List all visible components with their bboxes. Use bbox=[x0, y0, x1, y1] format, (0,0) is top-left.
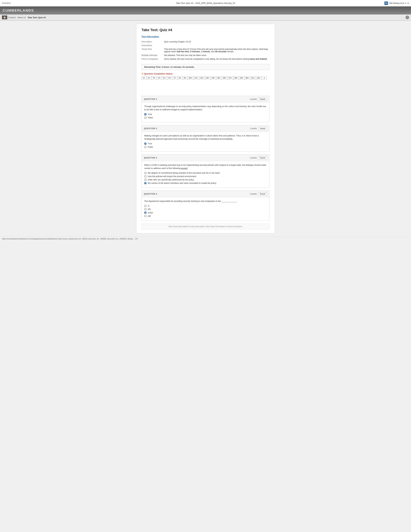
q-nav-19[interactable]: 19↵ bbox=[239, 76, 244, 80]
q-nav-22[interactable]: 22↵ bbox=[256, 76, 262, 80]
info-row-timed: Timed Test This test has a time limit of… bbox=[141, 47, 270, 53]
radio-empty-icon bbox=[144, 175, 147, 178]
user-name: Valli Alekhya Arza bbox=[389, 2, 404, 4]
description-label: Description bbox=[141, 40, 164, 44]
url-bar: https://ucumberlands.blackboard.com/weba… bbox=[0, 237, 411, 241]
question-4-option-pr[interactable]: PR bbox=[144, 208, 267, 210]
info-row-instructions: Instructions bbox=[141, 44, 270, 47]
question-2-body: Making changes to users' perceptions as … bbox=[142, 132, 269, 151]
question-2-meta: 2 points Saved bbox=[250, 127, 267, 130]
question-4-label: QUESTION 4 bbox=[144, 193, 157, 195]
timer-label: Remaining Time: bbox=[144, 66, 161, 68]
q-nav-13[interactable]: 13↵ bbox=[205, 76, 210, 80]
question-3-option-4[interactable]: the names of the teams members who were … bbox=[144, 182, 267, 184]
q-nav-23[interactable]: 2 bbox=[262, 76, 267, 80]
star-icon: ★ bbox=[141, 73, 143, 75]
question-3-option-3[interactable]: what risks are specifically addressed by… bbox=[144, 179, 267, 181]
question-2-option-true[interactable]: True bbox=[144, 142, 267, 145]
instructions-label: Instructions bbox=[141, 44, 164, 47]
radio-filled-icon bbox=[144, 211, 147, 214]
logo-bar: CUMBERLANDS bbox=[0, 6, 411, 15]
question-1-label: QUESTION 1 bbox=[144, 98, 157, 100]
radio-filled-icon bbox=[144, 182, 147, 184]
footer-note: Click Save and Submit to save and submit… bbox=[141, 224, 270, 229]
date-label: 4/14/2019 bbox=[2, 2, 10, 4]
q-nav-17[interactable]: 17↵ bbox=[228, 76, 233, 80]
q-nav-12[interactable]: 12↵ bbox=[199, 76, 205, 80]
attempts-value: Not allowed. This test can only be taken… bbox=[164, 53, 270, 57]
q-nav-14[interactable]: 14↵ bbox=[211, 76, 216, 80]
home-button[interactable]: 🏠 bbox=[2, 16, 7, 19]
question-4-body: The department responsible for providing… bbox=[142, 197, 269, 220]
question-2-option-false[interactable]: False bbox=[144, 146, 267, 148]
radio-filled-icon bbox=[144, 113, 147, 115]
help-button[interactable]: ? bbox=[405, 16, 409, 19]
completion-status-label: ★ Question Completion Status: bbox=[141, 73, 270, 75]
footer-note-text: Click Save and Submit to save and submit… bbox=[168, 225, 243, 228]
info-row-force: Force Completion Once started, this test… bbox=[141, 57, 270, 61]
breadcrumb: Content Week 14 Take Test: Quiz #4 bbox=[8, 16, 46, 19]
q-nav-7[interactable]: 7↵ bbox=[172, 76, 177, 80]
q-nav-16[interactable]: 16↵ bbox=[222, 76, 227, 80]
question-4-option-it[interactable]: IT bbox=[144, 205, 267, 207]
question-1-points: 2 points bbox=[250, 98, 257, 100]
question-1-option-false[interactable]: False bbox=[144, 116, 267, 119]
question-3-option-2[interactable]: how the policies will impact the present… bbox=[144, 175, 267, 178]
q-nav-21[interactable]: 21↵ bbox=[251, 76, 256, 80]
q-nav-15[interactable]: 15↵ bbox=[216, 76, 222, 80]
main-content: Take Test: Quiz #4 Test Information Desc… bbox=[136, 24, 275, 233]
radio-empty-icon bbox=[144, 208, 147, 210]
q-nav-9[interactable]: 9↵ bbox=[183, 76, 188, 80]
timed-label: Timed Test bbox=[141, 47, 164, 53]
test-info-table: Description Quiz covering Chapter 13-15 … bbox=[141, 40, 270, 61]
force-label: Force Completion bbox=[141, 57, 164, 61]
q-nav-6[interactable]: 6↵ bbox=[167, 76, 172, 80]
question-4-saved: Saved bbox=[258, 192, 267, 196]
radio-empty-icon bbox=[144, 172, 147, 174]
question-4-text: The department responsible for providing… bbox=[144, 200, 267, 203]
dropdown-icon[interactable]: ▼ bbox=[407, 2, 409, 4]
q-nav-11[interactable]: 11↵ bbox=[194, 76, 199, 80]
page-title-bar: Take Test: Quiz #4 – 2019_SPR_MAIN_Opera… bbox=[176, 2, 235, 4]
option-true-label: True bbox=[148, 142, 152, 145]
question-1-body: Though organizational challenges to secu… bbox=[142, 103, 269, 122]
q-nav-1[interactable]: 1↵ bbox=[141, 76, 146, 80]
q-nav-18[interactable]: 18↵ bbox=[234, 76, 239, 80]
question-3-meta: 2 points Saved bbox=[250, 156, 267, 160]
option-false-label: False bbox=[148, 146, 153, 148]
breadcrumb-current: Take Test: Quiz #4 bbox=[28, 16, 46, 19]
question-3-option-1[interactable]: the degree of commitment being solicited… bbox=[144, 172, 267, 174]
question-nav: 1↵ 2↵ 3↵ 4↵ 5↵ 6↵ 7↵ 8↵ 9↵ 10↵ 11↵ 12↵ 1… bbox=[141, 76, 270, 80]
option-hr-label: HR bbox=[148, 215, 151, 217]
q-nav-5[interactable]: 5↵ bbox=[162, 76, 167, 80]
question-1-option-true[interactable]: True bbox=[144, 113, 267, 115]
breadcrumb-content[interactable]: Content bbox=[8, 16, 16, 19]
q-nav-8[interactable]: 8↵ bbox=[177, 76, 182, 80]
question-3-body: When a CISO is seeking executive buy-in … bbox=[142, 161, 269, 188]
radio-empty-icon bbox=[144, 146, 147, 148]
attempts-label: Multiple Attempts bbox=[141, 53, 164, 57]
info-row-description: Description Quiz covering Chapter 13-15 bbox=[141, 40, 270, 44]
question-3-header: QUESTION 3 2 points Saved bbox=[142, 155, 269, 161]
question-4-option-ciso[interactable]: CISO bbox=[144, 211, 267, 214]
question-2-header: QUESTION 2 2 points Saved bbox=[142, 125, 269, 132]
q-nav-3[interactable]: 3↵ bbox=[152, 76, 157, 80]
question-3-text: When a CISO is seeking executive buy-in … bbox=[144, 163, 267, 170]
q-nav-4[interactable]: 4↵ bbox=[157, 76, 162, 80]
q-nav-10[interactable]: 10↵ bbox=[188, 76, 193, 80]
user-info: VA Valli Alekhya Arza 3 ▼ bbox=[384, 1, 409, 5]
question-4-option-hr[interactable]: HR bbox=[144, 215, 267, 217]
question-2-points: 2 points bbox=[250, 127, 257, 130]
question-4-header: QUESTION 4 2 points Saved bbox=[142, 191, 269, 197]
completion-status-text: Question Completion Status: bbox=[144, 73, 173, 75]
q-nav-20[interactable]: 20↵ bbox=[245, 76, 250, 80]
q-nav-2[interactable]: 2↵ bbox=[147, 76, 151, 80]
option-1-label: the degree of commitment being solicited… bbox=[148, 172, 220, 174]
option-ciso-label: CISO bbox=[148, 211, 153, 214]
radio-empty-icon bbox=[144, 215, 147, 217]
option-4-label: the names of the teams members who were … bbox=[148, 182, 216, 184]
breadcrumb-week14[interactable]: Week 14 bbox=[17, 16, 26, 19]
nav-bar: 🏠 Content Week 14 Take Test: Quiz #4 ? bbox=[0, 15, 411, 21]
question-1-saved: Saved bbox=[258, 97, 267, 101]
force-value: Once started, this test must be complete… bbox=[164, 57, 270, 61]
